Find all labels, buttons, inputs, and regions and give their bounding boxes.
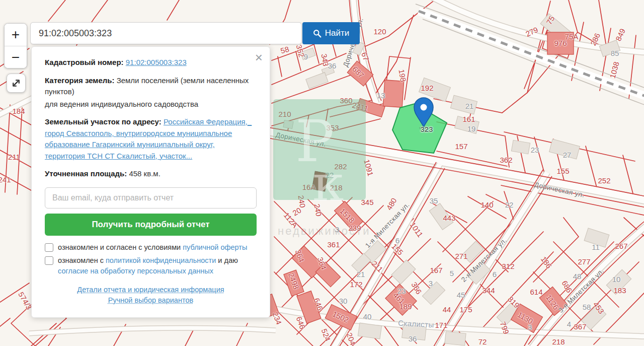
email-field[interactable]: [45, 187, 257, 209]
offer-consent-row: ознакомлен и согласен с условиями публич…: [45, 242, 257, 253]
cadastral-map-app: 5835293433612067687198192133602411210353…: [0, 0, 644, 346]
area-value: 458 кв.м.: [129, 169, 160, 178]
search-input[interactable]: [30, 22, 302, 44]
cadastral-number-row: Кадастровый номер: 91:02:005003:323: [45, 57, 257, 68]
land-category-label: Категория земель:: [45, 76, 114, 85]
search-icon: [313, 29, 321, 38]
cadastral-number-label: Кадастровый номер:: [45, 58, 124, 66]
offer-consent-text: ознакомлен и согласен с условиями публич…: [58, 242, 247, 253]
search-button[interactable]: Найти: [302, 22, 360, 44]
cadastral-number-link[interactable]: 91:02:005003:323: [126, 58, 187, 66]
offer-link[interactable]: публичной оферты: [183, 243, 247, 251]
zoom-controls: + −: [4, 23, 27, 68]
area-label: Уточненная площадь:: [45, 169, 127, 178]
area-row: Уточненная площадь: 458 кв.м.: [45, 168, 257, 180]
railway: [416, 4, 644, 106]
privacy-checkbox[interactable]: [45, 256, 53, 265]
search-button-label: Найти: [325, 28, 350, 38]
privacy-consent-row: ознакомлен с политикой конфиденциальност…: [45, 255, 257, 276]
building-maroon: [312, 171, 328, 191]
zoom-out-button[interactable]: −: [5, 46, 27, 68]
get-report-button[interactable]: Получить подробный отчет: [45, 214, 257, 236]
zoom-in-button[interactable]: +: [5, 24, 27, 46]
close-icon[interactable]: ×: [255, 51, 263, 64]
offer-checkbox[interactable]: [45, 243, 53, 252]
address-label: Земельный участок по адресу:: [45, 117, 162, 126]
fullscreen-button[interactable]: [7, 74, 26, 93]
manual-choice-link[interactable]: Ручной выбор вариантов: [45, 296, 257, 304]
privacy-consent-text: ознакомлен с политикой конфиденциальност…: [58, 255, 257, 276]
personal-data-link[interactable]: согласие на обработку персональных данны…: [58, 267, 213, 275]
land-category-row: Категория земель: Земли поселений (земли…: [45, 75, 257, 98]
buildings-red: [260, 32, 574, 333]
panel-footer-links: Детали отчета и юридическая информация Р…: [45, 286, 257, 304]
address-row: Земельный участок по адресу: Российская …: [45, 116, 257, 162]
privacy-policy-link[interactable]: политикой конфиденциальности: [106, 256, 216, 264]
land-use-row: для ведения индивидуального садоводства: [45, 99, 257, 110]
parcel-info-panel: × Кадастровый номер: 91:02:005003:323 Ка…: [31, 46, 270, 318]
expand-icon: [10, 77, 23, 90]
report-details-link[interactable]: Детали отчета и юридическая информация: [45, 286, 257, 294]
